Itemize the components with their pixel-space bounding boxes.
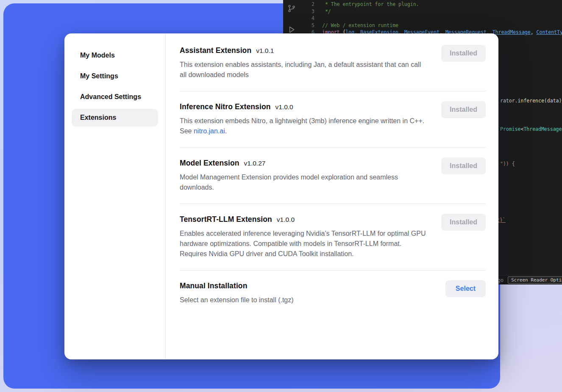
manual-installation-section: Manual Installation Select an extension … [180,271,486,316]
settings-modal: My Models My Settings Advanced Settings … [64,33,498,359]
line-number: 4 [303,15,314,22]
extension-info: Assistant Extensionv1.0.1 This extension… [180,46,428,80]
installed-button[interactable]: Installed [441,214,486,231]
code-line: */ [322,8,562,15]
manual-installation-title: Manual Installation [180,282,247,290]
statusbar-text: go [498,277,504,283]
editor-code-lines: * The entrypoint for the plugin. */// We… [322,1,562,36]
extensions-list: Assistant Extensionv1.0.1 This extension… [166,33,498,359]
sidebar-item-my-models[interactable]: My Models [72,47,158,64]
code-line: * The entrypoint for the plugin. [322,1,562,8]
sidebar-item-my-settings[interactable]: My Settings [72,67,158,85]
extension-version: v1.0.0 [275,103,293,110]
extension-section-tensorrt: TensortRT-LLM Extensionv1.0.0 Enables ac… [180,204,486,271]
sidebar-item-extensions[interactable]: Extensions [72,109,158,127]
extension-version: v1.0.0 [277,216,295,223]
extension-description: Model Management Extension provides mode… [180,172,428,193]
installed-button[interactable]: Installed [441,45,486,62]
code-fragment: ")) { [500,160,515,167]
extension-title: TensortRT-LLM Extension [180,215,272,224]
select-file-button[interactable]: Select [445,280,486,297]
extension-info: TensortRT-LLM Extensionv1.0.0 Enables ac… [180,215,428,259]
screen-reader-chip[interactable]: Screen Reader Optimized [508,276,562,284]
code-line [322,15,562,22]
code-fragment: Promise<ThreadMessage> [500,126,562,133]
extension-description: This extension embeds Nitro, a lightweig… [180,116,428,136]
extension-version: v1.0.27 [244,160,266,167]
manual-installation-description: Select an extension file to install (.tg… [180,295,294,305]
extension-info: Inference Nitro Extensionv1.0.0 This ext… [180,102,428,136]
extension-title: Inference Nitro Extension [180,102,271,111]
extension-info: Model Extensionv1.0.27 Model Management … [180,159,428,193]
nitro-link[interactable]: nitro.jan.ai. [194,127,227,135]
sidebar-item-advanced-settings[interactable]: Advanced Settings [72,88,158,106]
settings-sidebar: My Models My Settings Advanced Settings … [64,33,166,359]
code-fragment: rator.inference(data)); [500,97,562,104]
line-number: 2 [303,1,314,8]
extension-section-model: Model Extensionv1.0.27 Model Management … [180,148,486,204]
extension-description: Enables accelerated inference leveraging… [180,229,428,259]
manual-installation-info: Manual Installation Select an extension … [180,282,294,305]
editor-gutter: 23456 [303,1,314,36]
run-debug-icon[interactable] [287,25,296,34]
installed-button[interactable]: Installed [441,157,486,174]
line-number: 5 [303,22,314,29]
extension-title: Model Extension [180,159,239,167]
line-number: 3 [303,8,314,15]
extension-version: v1.0.1 [256,47,274,54]
source-control-icon[interactable] [287,4,296,13]
screen: 23456 * The entrypoint for the plugin. *… [0,0,562,392]
installed-button[interactable]: Installed [441,101,486,118]
extension-title: Assistant Extension [180,46,251,55]
extension-section-nitro: Inference Nitro Extensionv1.0.0 This ext… [180,91,486,148]
extension-description: This extension enables assistants, inclu… [180,60,428,80]
extension-section-assistant: Assistant Extensionv1.0.1 This extension… [180,35,486,91]
code-line: // Web / extension runtime [322,22,562,29]
